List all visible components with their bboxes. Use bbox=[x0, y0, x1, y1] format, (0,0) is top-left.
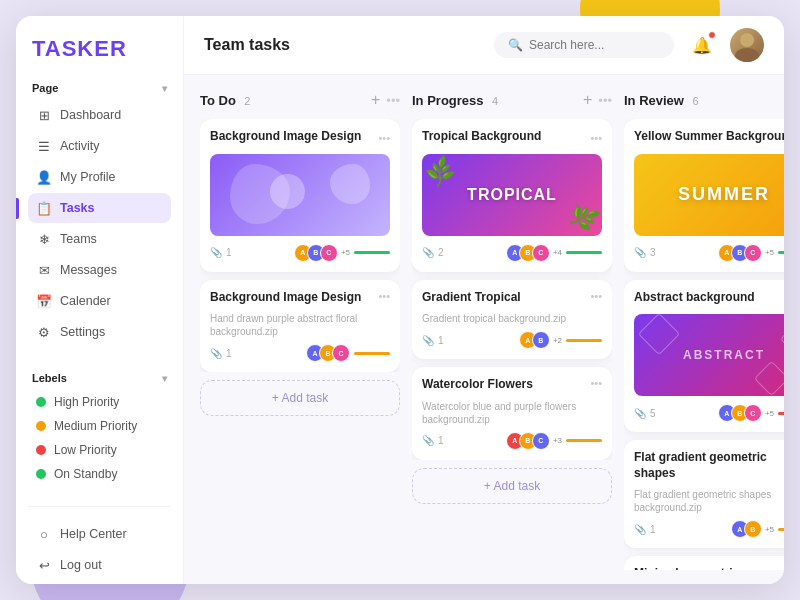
profile-icon: 👤 bbox=[36, 169, 52, 185]
inprogress-add-button[interactable]: + bbox=[583, 92, 592, 108]
sidebar-bottom: ○ Help Center ↩ Log out bbox=[28, 494, 171, 581]
card-c2-progress bbox=[354, 352, 390, 355]
sidebar-item-messages[interactable]: ✉ Messages bbox=[28, 255, 171, 285]
avatar: C bbox=[532, 244, 550, 262]
card-c7-inner: Abstract background ••• ABSTRACT bbox=[634, 290, 784, 423]
sidebar-item-activity[interactable]: ☰ Activity bbox=[28, 131, 171, 161]
card-c4-avatars: A B +2 bbox=[519, 331, 562, 349]
card-c6-meta: 📎 3 bbox=[634, 247, 656, 258]
card-c6-image: SUMMER bbox=[634, 154, 784, 236]
column-inreview-header: In Review 6 + ••• bbox=[624, 89, 784, 111]
card-c1-progress bbox=[354, 251, 390, 254]
paperclip-icon: 📎 bbox=[210, 247, 222, 258]
card-c2-more[interactable]: ••• bbox=[378, 290, 390, 302]
calendar-icon: 📅 bbox=[36, 293, 52, 309]
paperclip-icon: 📎 bbox=[210, 348, 222, 359]
card-c1-inner: Background Image Design ••• bbox=[210, 129, 390, 262]
avatar: C bbox=[320, 244, 338, 262]
card-c2-inner: Background Image Design ••• Hand drawn p… bbox=[210, 290, 390, 363]
card-c1-avatars: A B C +5 bbox=[294, 244, 350, 262]
card-c6-avatars: A B C +5 bbox=[718, 244, 774, 262]
card-c8-inner: Flat gradient geometric shapes ••• Flat … bbox=[634, 450, 784, 538]
avatar: C bbox=[532, 432, 550, 450]
teams-icon: ❄ bbox=[36, 231, 52, 247]
page-section-label: Page ▾ bbox=[28, 82, 171, 94]
card-c7-footer: 📎 5 A B C +5 bbox=[634, 404, 784, 422]
avatar: B bbox=[744, 520, 762, 538]
card-c5-meta: 📎 1 bbox=[422, 435, 444, 446]
search-input[interactable] bbox=[529, 38, 660, 52]
card-c2-meta: 📎 1 bbox=[210, 348, 232, 359]
card-c4-footer: 📎 1 A B +2 bbox=[422, 331, 602, 349]
inreview-cards: Yellow Summer Background ••• SUMMER � bbox=[624, 119, 784, 570]
column-inprogress-header: In Progress 4 + ••• bbox=[412, 89, 612, 111]
card-c4-meta: 📎 1 bbox=[422, 335, 444, 346]
card-c7-avatars: A B C +5 bbox=[718, 404, 774, 422]
sidebar-item-calender[interactable]: 📅 Calender bbox=[28, 286, 171, 316]
card-c8-avatars: A B +5 bbox=[731, 520, 774, 538]
card-c1: Background Image Design ••• bbox=[200, 119, 400, 272]
sidebar-item-help[interactable]: ○ Help Center bbox=[28, 519, 171, 549]
main-content: Team tasks 🔍 🔔 bbox=[184, 16, 784, 584]
sidebar-item-dashboard[interactable]: ⊞ Dashboard bbox=[28, 100, 171, 130]
avatar: B bbox=[532, 331, 550, 349]
dashboard-icon: ⊞ bbox=[36, 107, 52, 123]
notification-badge bbox=[708, 31, 716, 39]
card-c7-image: ABSTRACT bbox=[634, 314, 784, 396]
card-c8-meta: 📎 1 bbox=[634, 524, 656, 535]
chevron-down-icon: ▾ bbox=[162, 83, 167, 94]
card-c4-inner: Gradient Tropical ••• Gradient tropical … bbox=[422, 290, 602, 350]
card-c2-avatars: A B C bbox=[306, 344, 350, 362]
todo-more-button[interactable]: ••• bbox=[386, 93, 400, 108]
card-c1-footer: 📎 1 A B C +5 bbox=[210, 244, 390, 262]
card-c7: Abstract background ••• ABSTRACT bbox=[624, 280, 784, 433]
label-low-priority: Low Priority bbox=[28, 438, 171, 462]
todo-add-task[interactable]: + Add task bbox=[200, 380, 400, 416]
card-c3-progress bbox=[566, 251, 602, 254]
tasks-icon: 📋 bbox=[36, 200, 52, 216]
main-header: Team tasks 🔍 🔔 bbox=[184, 16, 784, 75]
search-box[interactable]: 🔍 bbox=[494, 32, 674, 58]
svg-point-0 bbox=[740, 33, 754, 47]
todo-cards: Background Image Design ••• bbox=[200, 119, 400, 372]
sidebar-item-tasks[interactable]: 📋 Tasks bbox=[28, 193, 171, 223]
paperclip-icon: 📎 bbox=[422, 335, 434, 346]
medium-priority-dot bbox=[36, 421, 46, 431]
inprogress-more-button[interactable]: ••• bbox=[598, 93, 612, 108]
card-c3: Tropical Background ••• 🌿 🌿 TROPICAL bbox=[412, 119, 612, 272]
card-c3-more[interactable]: ••• bbox=[590, 132, 602, 144]
card-c1-more[interactable]: ••• bbox=[378, 132, 390, 144]
sidebar-item-profile[interactable]: 👤 My Profile bbox=[28, 162, 171, 192]
labels-section-label: Lebels ▾ bbox=[28, 372, 171, 384]
svg-point-1 bbox=[735, 48, 759, 62]
column-inprogress: In Progress 4 + ••• Tropical Background bbox=[412, 89, 612, 570]
sidebar-item-teams[interactable]: ❄ Teams bbox=[28, 224, 171, 254]
card-c5-more[interactable]: ••• bbox=[590, 377, 602, 389]
card-c1-image bbox=[210, 154, 390, 236]
help-icon: ○ bbox=[36, 526, 52, 542]
paperclip-icon: 📎 bbox=[422, 435, 434, 446]
card-c5-progress bbox=[566, 439, 602, 442]
todo-add-button[interactable]: + bbox=[371, 92, 380, 108]
card-c5: Watercolor Flowers ••• Watercolor blue a… bbox=[412, 367, 612, 460]
card-c1-meta: 📎 1 bbox=[210, 247, 232, 258]
paperclip-icon: 📎 bbox=[422, 247, 434, 258]
inprogress-add-task[interactable]: + Add task bbox=[412, 468, 612, 504]
messages-icon: ✉ bbox=[36, 262, 52, 278]
column-todo: To Do 2 + ••• Background Image Design bbox=[200, 89, 400, 570]
card-c5-inner: Watercolor Flowers ••• Watercolor blue a… bbox=[422, 377, 602, 450]
card-c6-progress bbox=[778, 251, 784, 254]
card-c8-progress bbox=[778, 528, 784, 531]
label-high-priority: High Priority bbox=[28, 390, 171, 414]
settings-icon: ⚙ bbox=[36, 324, 52, 340]
sidebar-item-logout[interactable]: ↩ Log out bbox=[28, 550, 171, 580]
sidebar-item-settings[interactable]: ⚙ Settings bbox=[28, 317, 171, 347]
user-avatar[interactable] bbox=[730, 28, 764, 62]
column-todo-actions: + ••• bbox=[371, 92, 400, 108]
notification-bell[interactable]: 🔔 bbox=[686, 29, 718, 61]
high-priority-dot bbox=[36, 397, 46, 407]
chevron-labels-icon: ▾ bbox=[162, 373, 167, 384]
card-c4-more[interactable]: ••• bbox=[590, 290, 602, 302]
card-c7-meta: 📎 5 bbox=[634, 408, 656, 419]
activity-icon: ☰ bbox=[36, 138, 52, 154]
